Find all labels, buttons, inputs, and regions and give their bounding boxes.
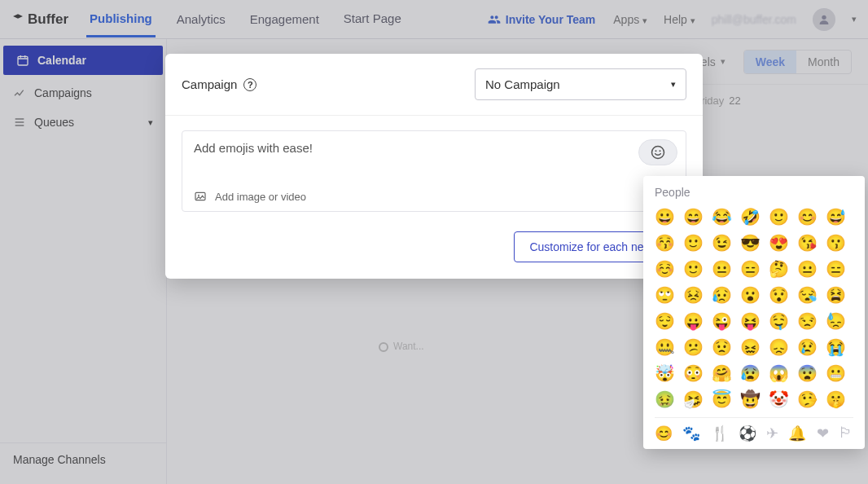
emoji-option[interactable]: 😭	[826, 337, 846, 357]
emoji-option[interactable]: 😑	[826, 259, 846, 279]
emoji-tab[interactable]: ❤	[817, 425, 829, 442]
emoji-option[interactable]: 😒	[797, 311, 818, 331]
campaign-label: Campaign	[182, 77, 237, 91]
emoji-option[interactable]: 😀	[655, 207, 675, 227]
emoji-option[interactable]: 😣	[683, 285, 704, 305]
smile-icon	[650, 144, 666, 161]
emoji-option[interactable]: 😥	[712, 285, 732, 305]
emoji-option[interactable]: 😗	[826, 233, 846, 253]
emoji-option[interactable]: 😍	[769, 233, 789, 253]
emoji-option[interactable]: 🤫	[826, 389, 846, 409]
emoji-option[interactable]: 😎	[740, 233, 761, 253]
add-media-row[interactable]: Add image or video	[194, 190, 674, 203]
emoji-option[interactable]: 😚	[655, 233, 675, 253]
emoji-option[interactable]: 😝	[740, 311, 761, 331]
campaign-select-value: No Campaign	[485, 77, 560, 91]
emoji-option[interactable]: 😌	[655, 311, 675, 331]
emoji-option[interactable]: 🙂	[683, 233, 704, 253]
emoji-option[interactable]: 🙂	[769, 207, 789, 227]
emoji-toggle-button[interactable]	[638, 139, 677, 165]
emoji-option[interactable]: 🤡	[769, 389, 789, 409]
composer-modal: Campaign ? No Campaign ▾ Add emojis with…	[165, 54, 703, 279]
modal-header: Campaign ? No Campaign ▾	[165, 54, 703, 116]
emoji-option[interactable]: 😜	[712, 311, 732, 331]
emoji-option[interactable]: 😂	[712, 207, 732, 227]
emoji-option[interactable]: 😊	[797, 207, 818, 227]
emoji-picker: People 😀😄😂🤣🙂😊😅😆😚🙂😉😎😍😘😗😙☺️🙂😐😑🤔😐😑😶🙄😣😥😮😯😪😫😴…	[643, 176, 865, 449]
emoji-option[interactable]: 🤤	[769, 311, 789, 331]
emoji-option[interactable]: 🤥	[797, 389, 818, 409]
emoji-option[interactable]: 😨	[797, 363, 818, 383]
campaign-select[interactable]: No Campaign ▾	[475, 68, 686, 100]
emoji-option[interactable]: 🙂	[683, 259, 704, 279]
emoji-option[interactable]: 😄	[683, 207, 704, 227]
emoji-grid: 😀😄😂🤣🙂😊😅😆😚🙂😉😎😍😘😗😙☺️🙂😐😑🤔😐😑😶🙄😣😥😮😯😪😫😴😌😛😜😝🤤😒😓…	[655, 207, 853, 409]
svg-point-3	[655, 150, 657, 152]
campaign-label-group: Campaign ?	[182, 77, 256, 91]
emoji-tab[interactable]: 🍴	[711, 425, 729, 442]
emoji-option[interactable]: 😇	[712, 389, 732, 409]
svg-point-4	[660, 150, 661, 152]
emoji-option[interactable]: 😱	[769, 363, 789, 383]
emoji-option[interactable]: 😓	[826, 311, 846, 331]
emoji-option[interactable]: 😳	[683, 363, 704, 383]
emoji-option[interactable]: 😯	[769, 285, 789, 305]
emoji-option[interactable]: 😫	[826, 285, 846, 305]
modal-footer: Customize for each network	[165, 223, 703, 279]
emoji-option[interactable]: 😐	[712, 259, 732, 279]
emoji-option[interactable]: 😬	[826, 363, 846, 383]
chevron-down-icon: ▾	[671, 79, 676, 90]
emoji-category-tabs: 😊🐾🍴⚽✈🔔❤🏳	[655, 417, 853, 442]
add-media-label: Add image or video	[215, 191, 306, 203]
emoji-tab[interactable]: 🐾	[682, 425, 700, 442]
emoji-tab[interactable]: ⚽	[739, 425, 756, 442]
emoji-category-label: People	[655, 186, 853, 199]
emoji-option[interactable]: 😰	[740, 363, 761, 383]
emoji-option[interactable]: ☺️	[655, 259, 675, 279]
help-icon[interactable]: ?	[243, 78, 256, 91]
emoji-option[interactable]: 😖	[740, 337, 761, 357]
svg-point-6	[198, 195, 199, 196]
emoji-tab[interactable]: ✈	[766, 425, 778, 442]
emoji-option[interactable]: 😞	[769, 337, 789, 357]
emoji-option[interactable]: 🙄	[655, 285, 675, 305]
emoji-option[interactable]: 🤐	[655, 337, 675, 357]
emoji-option[interactable]: 😪	[797, 285, 818, 305]
emoji-option[interactable]: 🤣	[740, 207, 761, 227]
svg-point-2	[652, 147, 664, 159]
emoji-option[interactable]: 😟	[712, 337, 732, 357]
emoji-option[interactable]: 😕	[683, 337, 704, 357]
composer-text[interactable]: Add emojis with ease!	[194, 141, 674, 174]
image-icon	[194, 190, 207, 203]
composer-box[interactable]: Add emojis with ease! Add image or video	[182, 130, 686, 212]
emoji-tab[interactable]: 😊	[655, 425, 673, 442]
emoji-option[interactable]: 😑	[740, 259, 761, 279]
emoji-option[interactable]: 😅	[826, 207, 846, 227]
emoji-option[interactable]: 🤠	[740, 389, 761, 409]
emoji-tab[interactable]: 🏳	[839, 425, 853, 442]
emoji-option[interactable]: 🤯	[655, 363, 675, 383]
emoji-option[interactable]: 😘	[797, 233, 818, 253]
emoji-option[interactable]: 😮	[740, 285, 761, 305]
emoji-option[interactable]: 🤧	[683, 389, 704, 409]
emoji-option[interactable]: 😢	[797, 337, 818, 357]
emoji-option[interactable]: 🤔	[769, 259, 789, 279]
emoji-option[interactable]: 😛	[683, 311, 704, 331]
emoji-option[interactable]: 🤢	[655, 389, 675, 409]
emoji-option[interactable]: 😐	[797, 259, 818, 279]
emoji-option[interactable]: 🤗	[712, 363, 732, 383]
emoji-option[interactable]: 😉	[712, 233, 732, 253]
emoji-tab[interactable]: 🔔	[788, 425, 806, 442]
